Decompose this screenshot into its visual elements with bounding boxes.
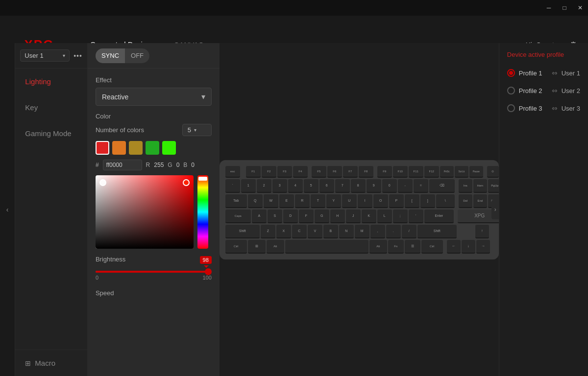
profile-selector[interactable]: User 1 ▾	[20, 49, 70, 62]
close-button[interactable]: ✕	[576, 4, 584, 12]
key-home[interactable]: Hom	[473, 179, 487, 193]
key-period[interactable]: .	[386, 225, 401, 238]
key-light1[interactable]: ⊙	[487, 166, 499, 178]
key-j[interactable]: J	[346, 210, 361, 223]
brightness-track[interactable]	[96, 271, 212, 273]
key-q[interactable]: Q	[248, 194, 263, 208]
key-2[interactable]: 2	[257, 179, 271, 193]
key-f12[interactable]: F12	[424, 166, 439, 178]
key-lctrl[interactable]: Ctrl	[225, 240, 247, 254]
key-pause[interactable]: Pause	[469, 166, 483, 178]
maximize-button[interactable]: □	[561, 4, 568, 12]
key-f2[interactable]: F2	[262, 166, 276, 178]
key-ralt[interactable]: Alt	[369, 240, 387, 254]
profile-item-2[interactable]: Profile 2 ⇔ User 2	[499, 82, 588, 99]
key-f7[interactable]: F7	[343, 166, 358, 178]
key-semicolon[interactable]: ;	[393, 210, 408, 223]
profile-item-3[interactable]: Profile 3 ⇔ User 3	[499, 99, 588, 117]
key-f8[interactable]: F8	[359, 166, 373, 178]
key-lbracket[interactable]: [	[405, 194, 419, 208]
minimize-button[interactable]: ─	[545, 4, 553, 12]
key-arr-left[interactable]: ←	[447, 240, 461, 254]
color-picker[interactable]	[96, 175, 212, 249]
key-rshift[interactable]: Shift	[417, 225, 457, 238]
effect-selector[interactable]: Reactive ▾	[96, 88, 212, 106]
key-comma[interactable]: ,	[370, 225, 385, 238]
key-ins[interactable]: Ins	[459, 179, 472, 193]
key-h[interactable]: H	[330, 210, 345, 223]
key-quote[interactable]: '	[409, 210, 423, 223]
key-w[interactable]: W	[264, 194, 278, 208]
key-f5[interactable]: F5	[312, 166, 326, 178]
key-g[interactable]: G	[315, 210, 329, 223]
key-lwin[interactable]: ⊞	[248, 240, 266, 254]
key-f1[interactable]: F1	[246, 166, 261, 178]
key-slash[interactable]: /	[402, 225, 416, 238]
color-gradient-area[interactable]	[96, 175, 194, 249]
key-d[interactable]: D	[283, 210, 298, 223]
key-lshift[interactable]: Shift	[225, 225, 260, 238]
nav-lighting[interactable]: Lighting	[15, 69, 87, 94]
nav-key[interactable]: Key	[15, 94, 87, 120]
key-backspace[interactable]: ⌫	[429, 179, 455, 193]
key-arr-right[interactable]: →	[476, 240, 490, 254]
key-arr-down[interactable]: ↓	[462, 240, 475, 254]
key-f11[interactable]: F11	[409, 166, 423, 178]
profile-item-1[interactable]: Profile 1 ⇔ User 1	[499, 64, 588, 82]
key-v[interactable]: V	[308, 225, 322, 238]
key-rctrl[interactable]: Ctrl	[421, 240, 443, 254]
key-backtick[interactable]: `	[225, 179, 240, 193]
key-3[interactable]: 3	[272, 179, 287, 193]
swatch-3[interactable]	[146, 141, 159, 155]
profile-panel-toggle[interactable]: ›	[491, 200, 499, 219]
key-f6[interactable]: F6	[327, 166, 342, 178]
key-menu[interactable]: ☰	[405, 240, 420, 254]
key-p[interactable]: P	[389, 194, 404, 208]
key-esc[interactable]: esc	[225, 166, 240, 178]
key-o[interactable]: O	[373, 194, 388, 208]
swatch-4[interactable]	[162, 141, 176, 155]
swatch-0[interactable]	[96, 141, 109, 155]
key-z[interactable]: Z	[261, 225, 275, 238]
key-f3[interactable]: F3	[277, 166, 292, 178]
key-8[interactable]: 8	[351, 179, 366, 193]
num-colors-selector[interactable]: 5 ▾	[182, 124, 212, 136]
key-space[interactable]	[285, 240, 368, 254]
sync-toggle[interactable]: SYNC OFF	[96, 48, 149, 63]
nav-gaming-mode[interactable]: Gaming Mode	[15, 120, 87, 146]
key-prtsc[interactable]: PrtSc	[440, 166, 454, 178]
key-y[interactable]: Y	[326, 194, 341, 208]
key-k[interactable]: K	[362, 210, 376, 223]
key-caps[interactable]: Caps	[225, 210, 251, 223]
key-del[interactable]: Del	[459, 194, 472, 208]
key-rbracket[interactable]: ]	[420, 194, 435, 208]
swatch-1[interactable]	[112, 141, 126, 155]
nav-macro[interactable]: ⊞ Macro	[15, 350, 87, 376]
key-equals[interactable]: =	[414, 179, 428, 193]
key-tab[interactable]: Tab	[225, 194, 247, 208]
key-n[interactable]: N	[339, 225, 354, 238]
key-7[interactable]: 7	[335, 179, 350, 193]
key-lalt[interactable]: Alt	[267, 240, 284, 254]
key-s[interactable]: S	[268, 210, 282, 223]
key-a[interactable]: A	[252, 210, 267, 223]
sidebar-collapse-button[interactable]: ‹	[0, 43, 15, 376]
key-f4[interactable]: F4	[293, 166, 308, 178]
key-4[interactable]: 4	[288, 179, 303, 193]
key-backslash[interactable]: \	[436, 194, 455, 208]
hex-input[interactable]	[103, 160, 142, 170]
key-c[interactable]: C	[292, 225, 307, 238]
key-f9[interactable]: F9	[377, 166, 392, 178]
hue-strip[interactable]	[197, 175, 208, 249]
key-x[interactable]: X	[276, 225, 291, 238]
key-m[interactable]: M	[355, 225, 369, 238]
profile-dots-button[interactable]: •••	[74, 52, 82, 60]
key-9[interactable]: 9	[367, 179, 381, 193]
key-enter[interactable]: Enter	[424, 210, 454, 223]
key-i[interactable]: I	[358, 194, 372, 208]
key-6[interactable]: 6	[319, 179, 334, 193]
key-r[interactable]: R	[295, 194, 310, 208]
key-b[interactable]: B	[323, 225, 338, 238]
key-5[interactable]: 5	[304, 179, 318, 193]
key-f[interactable]: F	[299, 210, 314, 223]
